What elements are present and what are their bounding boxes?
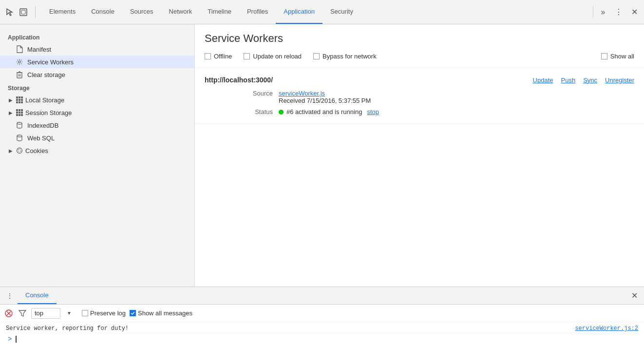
- sidebar-item-indexeddb[interactable]: IndexedDB: [0, 119, 194, 132]
- console-input-cursor[interactable]: [16, 336, 17, 343]
- panel-content: http://localhost:3000/ Update Push Sync …: [195, 68, 644, 287]
- devtools-toolbar-icons: [4, 6, 36, 18]
- panel-wrapper: Application Manifest: [0, 24, 644, 347]
- sidebar-item-service-workers[interactable]: Service Workers: [0, 56, 194, 68]
- console-menu-dots-icon[interactable]: ⋮: [4, 290, 16, 302]
- console-tab[interactable]: Console: [18, 287, 57, 304]
- session-storage-expand-arrow: ▶: [8, 110, 14, 116]
- tab-sources[interactable]: Sources: [122, 0, 161, 24]
- sidebar-item-cookies-label: Cookies: [25, 147, 48, 154]
- tab-security[interactable]: Security: [322, 0, 361, 24]
- console-filter-input[interactable]: top: [31, 308, 60, 319]
- tab-console[interactable]: Console: [83, 0, 122, 24]
- show-messages-checkbox[interactable]: [130, 310, 136, 316]
- status-active-dot: [279, 110, 284, 115]
- sw-source-label: Source: [234, 90, 273, 104]
- inspect-icon[interactable]: [18, 6, 29, 18]
- console-filter-icon[interactable]: [18, 308, 27, 318]
- sw-source-value: serviceWorker.js Received 7/15/2016, 5:3…: [279, 90, 634, 104]
- sw-status-text: #6 activated and is running: [286, 108, 362, 116]
- close-devtools-icon[interactable]: ✕: [628, 6, 640, 18]
- session-storage-grid-icon: [16, 109, 23, 116]
- sw-received-text: Received 7/15/2016, 5:37:55 PM: [279, 97, 371, 104]
- cursor-icon[interactable]: [4, 6, 16, 18]
- bypass-for-network-checkbox[interactable]: [313, 53, 320, 59]
- console-toolbar: top ▼ Preserve log Show all messages: [0, 305, 644, 322]
- offline-checkbox[interactable]: [205, 53, 211, 59]
- sidebar-storage-section: Storage: [0, 81, 194, 94]
- sidebar-item-clear-storage[interactable]: Clear storage: [0, 68, 194, 81]
- more-options-icon[interactable]: ⋮: [613, 6, 625, 18]
- svg-point-10: [19, 151, 19, 152]
- sw-details: Source serviceWorker.js Received 7/15/20…: [205, 90, 634, 116]
- service-workers-gear-icon: [16, 58, 23, 66]
- sidebar-item-manifest-label: Manifest: [27, 46, 51, 53]
- local-storage-grid-icon: [16, 96, 23, 104]
- sidebar-item-service-workers-label: Service Workers: [27, 58, 74, 66]
- sidebar-item-session-storage-label: Session Storage: [25, 109, 72, 116]
- cookies-icon: [16, 147, 23, 154]
- sw-status-value: #6 activated and is running stop: [279, 108, 634, 116]
- manifest-doc-icon: [16, 45, 23, 53]
- tab-profiles[interactable]: Profiles: [239, 0, 276, 24]
- panel-options: Offline Update on reload Bypass for netw…: [205, 53, 634, 60]
- console-filter-value: top: [35, 309, 43, 317]
- console-close-icon[interactable]: ✕: [628, 290, 640, 302]
- console-log-source-link[interactable]: serviceWorker.js:2: [575, 325, 638, 332]
- svg-point-6: [17, 148, 22, 154]
- overflow-tabs-icon[interactable]: »: [597, 6, 609, 18]
- tab-network[interactable]: Network: [161, 0, 200, 24]
- preserve-log-checkbox[interactable]: [82, 310, 88, 316]
- tab-elements[interactable]: Elements: [41, 0, 83, 24]
- sidebar-item-web-sql-label: Web SQL: [27, 135, 55, 142]
- sidebar-item-session-storage[interactable]: ▶ Session Storage: [0, 106, 194, 119]
- clear-storage-trash-icon: [16, 71, 23, 78]
- show-messages-option[interactable]: Show all messages: [130, 309, 192, 317]
- sw-push-button[interactable]: Push: [561, 77, 575, 84]
- svg-point-9: [20, 151, 21, 152]
- show-all-option[interactable]: Show all: [601, 53, 634, 60]
- update-on-reload-label: Update on reload: [253, 53, 302, 60]
- sw-update-button[interactable]: Update: [533, 77, 553, 84]
- sw-sync-button[interactable]: Sync: [583, 77, 597, 84]
- console-clear-icon[interactable]: [4, 308, 14, 318]
- show-all-label: Show all: [610, 53, 634, 60]
- bypass-for-network-option[interactable]: Bypass for network: [313, 53, 377, 60]
- console-prompt-line: >: [4, 333, 640, 345]
- sw-status-label: Status: [234, 108, 273, 116]
- sw-stop-button[interactable]: stop: [367, 108, 379, 116]
- console-log-line: Service worker, reporting for duty! serv…: [4, 324, 640, 333]
- sidebar-application-section: Application: [0, 30, 194, 43]
- sidebar-item-manifest[interactable]: Manifest: [0, 43, 194, 56]
- cookies-expand-arrow: ▶: [8, 148, 14, 154]
- sidebar-item-indexeddb-label: IndexedDB: [27, 122, 58, 129]
- sidebar-item-web-sql[interactable]: Web SQL: [0, 132, 194, 144]
- tab-timeline[interactable]: Timeline: [200, 0, 239, 24]
- devtools-tab-bar: Elements Console Sources Network Timelin…: [0, 0, 644, 24]
- offline-option[interactable]: Offline: [205, 53, 232, 60]
- update-on-reload-option[interactable]: Update on reload: [244, 53, 302, 60]
- tab-application[interactable]: Application: [276, 0, 322, 24]
- sidebar: Application Manifest: [0, 24, 195, 287]
- sw-source-file-link[interactable]: serviceWorker.js: [279, 90, 325, 97]
- indexeddb-cylinder-icon: [16, 121, 23, 129]
- sw-status-row: #6 activated and is running stop: [279, 108, 634, 116]
- sidebar-item-local-storage[interactable]: ▶ Local Storage: [0, 94, 194, 106]
- console-prompt-arrow: >: [8, 335, 12, 343]
- show-messages-label: Show all messages: [138, 309, 192, 317]
- service-worker-entry: http://localhost:3000/ Update Push Sync …: [195, 68, 644, 124]
- sidebar-item-cookies[interactable]: ▶ Cookies: [0, 144, 194, 157]
- console-tab-bar: ⋮ Console ✕: [0, 287, 644, 305]
- update-on-reload-checkbox[interactable]: [244, 53, 250, 59]
- sidebar-item-local-storage-label: Local Storage: [25, 96, 64, 104]
- sw-unregister-button[interactable]: Unregister: [605, 77, 634, 84]
- tab-bar-actions: » ⋮ ✕: [593, 6, 640, 18]
- main-tabs: Elements Console Sources Network Timelin…: [41, 0, 593, 24]
- console-output: Service worker, reporting for duty! serv…: [0, 322, 644, 347]
- svg-point-4: [17, 122, 22, 124]
- preserve-log-option[interactable]: Preserve log: [82, 309, 126, 317]
- console-dropdown-arrow[interactable]: ▼: [64, 308, 74, 318]
- bypass-for-network-label: Bypass for network: [322, 53, 377, 60]
- show-all-checkbox[interactable]: [601, 53, 607, 59]
- sw-url-row: http://localhost:3000/ Update Push Sync …: [205, 76, 634, 84]
